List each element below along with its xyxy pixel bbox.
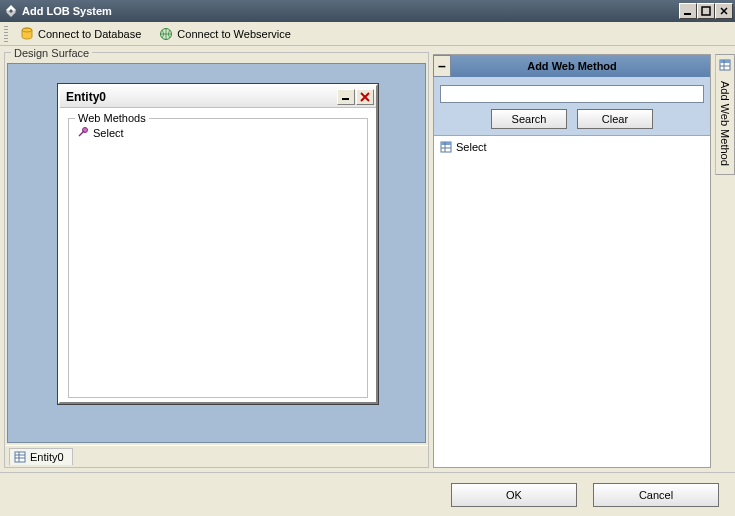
side-tab-label: Add Web Method [719,77,731,170]
svg-rect-8 [15,452,25,462]
web-method-item[interactable]: Select [75,125,361,141]
web-methods-label: Web Methods [75,112,149,124]
connect-database-label: Connect to Database [38,28,141,40]
side-tab[interactable]: Add Web Method [715,54,735,175]
entity-minimize-button[interactable] [337,89,355,105]
window-title: Add LOB System [22,5,679,17]
maximize-button[interactable] [697,3,715,19]
svg-line-7 [79,131,84,136]
method-pin-icon [77,126,89,140]
app-icon [4,4,18,18]
ok-button[interactable]: OK [451,483,577,507]
cancel-button[interactable]: Cancel [593,483,719,507]
entity-title: Entity0 [66,90,336,104]
design-canvas[interactable]: Entity0 Web Methods [7,63,426,443]
svg-rect-0 [684,13,691,15]
search-input[interactable] [440,85,704,103]
web-methods-group: Web Methods Select [68,118,368,398]
entity-tab[interactable]: Entity0 [9,448,73,465]
design-surface-label: Design Surface [11,47,92,59]
connect-webservice-button[interactable]: Connect to Webservice [153,25,297,43]
table-icon [440,141,452,153]
search-button[interactable]: Search [491,109,567,129]
minimize-button[interactable] [679,3,697,19]
list-item[interactable]: Select [438,140,706,154]
clear-button[interactable]: Clear [577,109,653,129]
web-method-name: Select [93,127,124,139]
entity-window[interactable]: Entity0 Web Methods [58,84,378,404]
entity-titlebar[interactable]: Entity0 [60,86,376,108]
method-list[interactable]: Select [434,136,710,467]
svg-rect-17 [720,60,730,63]
list-item-label: Select [456,141,487,153]
status-strip: Entity0 [5,445,428,467]
close-button[interactable] [715,3,733,19]
entity-tab-label: Entity0 [30,451,64,463]
panel-collapse-button[interactable]: – [433,55,451,77]
svg-rect-13 [441,142,451,145]
toolbar-grip [4,26,8,42]
connect-database-button[interactable]: Connect to Database [14,25,147,43]
panel-title: Add Web Method [527,60,617,72]
design-surface-group: Design Surface Entity0 Web Met [4,52,429,468]
side-tab-icon [719,59,731,73]
entity-close-button[interactable] [356,89,374,105]
window-titlebar: Add LOB System [0,0,735,22]
svg-rect-5 [342,98,349,100]
add-web-method-panel: – Add Web Method Search Clear Select [433,54,711,468]
dialog-footer: OK Cancel [0,472,735,516]
panel-header: – Add Web Method [434,55,710,77]
toolbar: Connect to Database Connect to Webservic… [0,22,735,46]
connect-webservice-label: Connect to Webservice [177,28,291,40]
svg-rect-1 [702,7,710,15]
